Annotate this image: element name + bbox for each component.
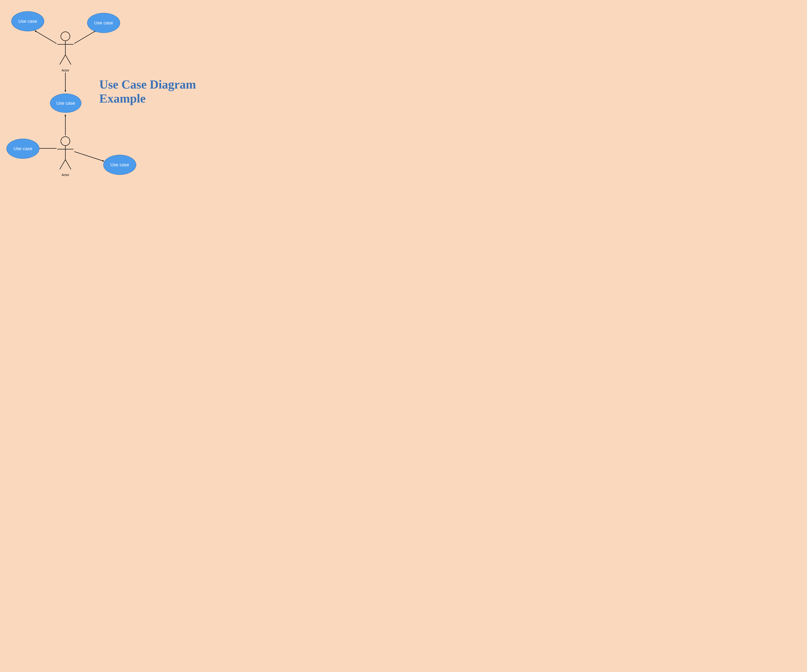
usecase-top-left: Use case <box>11 11 44 31</box>
actor-bottom-label: Actor <box>61 173 69 177</box>
title-text: Use Case Diagram Example <box>99 78 196 105</box>
svg-line-4 <box>65 55 71 65</box>
arrow-top-to-topleft <box>35 31 56 43</box>
svg-point-5 <box>61 137 70 146</box>
usecase-label: Use case <box>13 146 32 151</box>
usecase-label: Use case <box>110 162 129 167</box>
usecase-label: Use case <box>18 19 37 24</box>
usecase-bottom-right: Use case <box>103 155 136 175</box>
actor-bottom <box>57 137 73 169</box>
usecase-bottom-left: Use case <box>7 139 39 159</box>
diagram-canvas: Use case Use case Use case Use case Use … <box>0 0 248 182</box>
usecase-top-right: Use case <box>87 13 120 33</box>
usecase-label: Use case <box>56 101 75 106</box>
arrow-top-to-topright <box>74 31 96 43</box>
usecase-middle: Use case <box>50 94 81 113</box>
svg-line-3 <box>60 55 65 65</box>
usecase-label: Use case <box>94 20 113 25</box>
actor-top-label: Actor <box>61 68 69 72</box>
svg-point-0 <box>61 32 70 41</box>
diagram-title: Use Case Diagram Example <box>99 78 241 106</box>
svg-line-8 <box>60 160 65 169</box>
arrow-bottom-to-bottomright <box>74 152 104 161</box>
svg-line-9 <box>65 160 71 169</box>
actor-top <box>57 32 73 65</box>
